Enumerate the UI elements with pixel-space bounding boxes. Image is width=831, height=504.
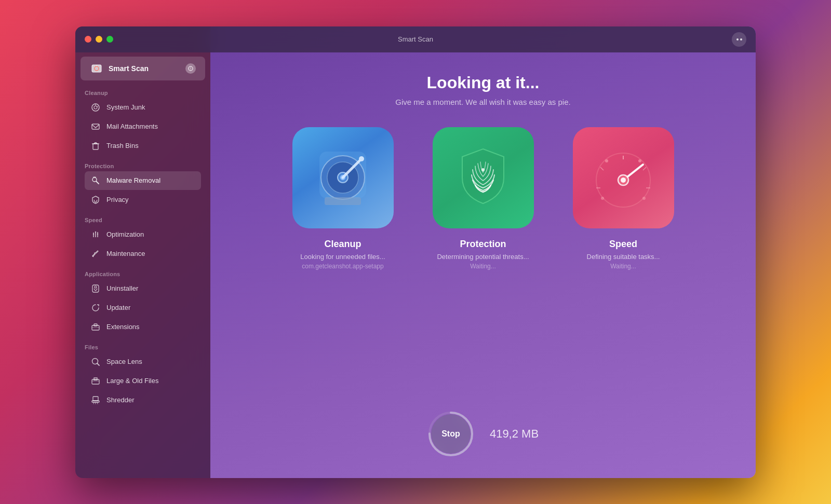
svg-rect-49 bbox=[325, 197, 361, 205]
optimization-icon bbox=[90, 229, 101, 240]
large-files-icon bbox=[90, 375, 101, 387]
shredder-label: Shredder bbox=[106, 396, 134, 404]
system-junk-icon bbox=[90, 102, 101, 113]
sidebar-item-optimization[interactable]: Optimization bbox=[85, 225, 201, 244]
smart-scan-label: Smart Scan bbox=[109, 64, 180, 73]
protection-section-label: Protection bbox=[85, 163, 201, 169]
applications-section-label: Applications bbox=[85, 271, 201, 277]
protection-card-substatus: Waiting... bbox=[470, 263, 496, 270]
cleanup-card-status: Looking for unneeded files... bbox=[300, 253, 385, 261]
svg-point-7 bbox=[94, 106, 97, 109]
speed-section-label: Speed bbox=[85, 217, 201, 223]
minimize-button[interactable] bbox=[96, 36, 102, 43]
svg-point-50 bbox=[481, 168, 485, 171]
protection-section: Protection Malware Removal bbox=[75, 158, 210, 212]
svg-point-26 bbox=[93, 233, 94, 234]
svg-line-35 bbox=[97, 363, 99, 365]
protection-card-icon bbox=[433, 127, 534, 228]
malware-removal-label: Malware Removal bbox=[106, 176, 160, 184]
maintenance-label: Maintenance bbox=[106, 250, 145, 257]
sidebar-item-extensions[interactable]: Extensions bbox=[85, 318, 201, 336]
files-section-label: Files bbox=[85, 344, 201, 350]
maximize-button[interactable] bbox=[106, 36, 113, 43]
cleanup-section-label: Cleanup bbox=[85, 90, 201, 96]
updater-label: Updater bbox=[106, 304, 130, 311]
extensions-label: Extensions bbox=[106, 323, 140, 331]
optimization-label: Optimization bbox=[106, 230, 144, 238]
main-content: Looking at it... Give me a moment. We al… bbox=[210, 26, 756, 478]
protection-card: Protection Determining potential threats… bbox=[421, 127, 545, 270]
speed-card-status: Defining suitable tasks... bbox=[587, 253, 660, 261]
cleanup-card: Cleanup Looking for unneeded files... co… bbox=[280, 127, 405, 270]
close-button[interactable] bbox=[85, 36, 91, 43]
smart-scan-icon bbox=[90, 62, 103, 75]
svg-line-17 bbox=[97, 181, 99, 184]
uninstaller-label: Uninstaller bbox=[106, 284, 138, 292]
traffic-lights bbox=[85, 36, 113, 43]
window-title: Smart Scan bbox=[398, 35, 433, 43]
malware-icon bbox=[90, 175, 101, 186]
speed-card-substatus: Waiting... bbox=[610, 263, 636, 270]
cleanup-card-label: Cleanup bbox=[324, 239, 361, 250]
sidebar-item-system-junk[interactable]: System Junk bbox=[85, 98, 201, 117]
speed-card: Speed Defining suitable tasks... Waiting… bbox=[561, 127, 686, 270]
speed-card-label: Speed bbox=[609, 239, 637, 250]
sidebar-item-malware-removal[interactable]: Malware Removal bbox=[85, 171, 201, 190]
speed-section: Speed Optimization bbox=[75, 212, 210, 266]
sidebar-item-privacy[interactable]: Privacy bbox=[85, 190, 201, 209]
svg-rect-10 bbox=[92, 124, 99, 129]
space-lens-icon bbox=[90, 356, 101, 367]
sidebar-item-smart-scan[interactable]: Smart Scan bbox=[81, 57, 205, 80]
main-header: Looking at it... Give me a moment. We al… bbox=[385, 52, 581, 117]
svg-point-30 bbox=[95, 286, 97, 288]
more-options-button[interactable] bbox=[732, 32, 746, 47]
applications-section: Applications Uninstaller bbox=[75, 266, 210, 339]
updater-icon bbox=[90, 302, 101, 314]
shredder-icon bbox=[90, 394, 101, 406]
sidebar-item-space-lens[interactable]: Space Lens bbox=[85, 352, 201, 371]
sidebar-item-mail-attachments[interactable]: Mail Attachments bbox=[85, 117, 201, 136]
svg-point-5 bbox=[190, 69, 191, 70]
svg-rect-11 bbox=[93, 144, 98, 149]
svg-point-57 bbox=[605, 159, 608, 162]
speed-card-icon bbox=[573, 127, 674, 228]
cleanup-card-substatus: com.getcleanshot.app-setapp bbox=[302, 263, 383, 270]
scan-cards-row: Cleanup Looking for unneeded files... co… bbox=[260, 117, 706, 400]
cleanup-section: Cleanup System Junk bbox=[75, 85, 210, 158]
trash-icon bbox=[90, 140, 101, 152]
svg-point-63 bbox=[621, 178, 626, 183]
svg-point-59 bbox=[601, 197, 604, 200]
trash-bins-label: Trash Bins bbox=[106, 142, 139, 149]
titlebar: Smart Scan bbox=[75, 26, 756, 52]
sidebar-item-trash-bins[interactable]: Trash Bins bbox=[85, 137, 201, 155]
stop-button[interactable]: Stop bbox=[431, 414, 471, 454]
sidebar-item-maintenance[interactable]: Maintenance bbox=[85, 244, 201, 263]
svg-point-48 bbox=[359, 156, 364, 161]
sidebar-item-uninstaller[interactable]: Uninstaller bbox=[85, 279, 201, 298]
scan-size-label: 419,2 MB bbox=[490, 427, 539, 441]
files-section: Files Space Lens L bbox=[75, 339, 210, 412]
svg-point-27 bbox=[95, 231, 96, 232]
smart-scan-badge bbox=[185, 63, 196, 74]
bottom-area: Stop 419,2 MB bbox=[417, 400, 549, 478]
maintenance-icon bbox=[90, 248, 101, 260]
svg-point-60 bbox=[642, 197, 646, 200]
extensions-icon bbox=[90, 321, 101, 333]
svg-rect-32 bbox=[94, 324, 97, 326]
svg-point-28 bbox=[97, 233, 98, 234]
system-junk-label: System Junk bbox=[106, 103, 145, 111]
sidebar-item-shredder[interactable]: Shredder bbox=[85, 391, 201, 410]
large-old-files-label: Large & Old Files bbox=[106, 377, 158, 385]
app-window: Smart Scan Smart Scan bbox=[75, 26, 756, 478]
sidebar-item-updater[interactable]: Updater bbox=[85, 298, 201, 317]
protection-card-status: Determining potential threats... bbox=[437, 253, 529, 261]
uninstaller-icon bbox=[90, 283, 101, 294]
main-subheading: Give me a moment. We all wish it was eas… bbox=[395, 98, 570, 106]
sidebar: Smart Scan Cleanup bbox=[75, 26, 210, 478]
sidebar-item-large-old-files[interactable]: Large & Old Files bbox=[85, 372, 201, 390]
mail-icon bbox=[90, 121, 101, 132]
privacy-icon bbox=[90, 194, 101, 206]
space-lens-label: Space Lens bbox=[106, 358, 142, 365]
cleanup-card-icon bbox=[292, 127, 394, 228]
svg-point-16 bbox=[92, 178, 97, 182]
